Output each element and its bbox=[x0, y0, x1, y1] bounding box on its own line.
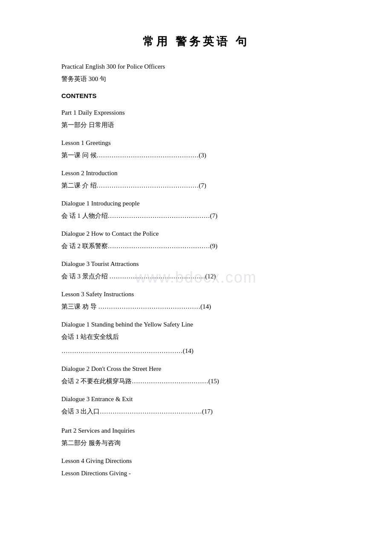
toc-lesson2-chinese: 第二课 介 绍…………………………………………(7) bbox=[61, 180, 331, 191]
document-page: www.bdocx.com 常用 警务英语 句 Practical Englis… bbox=[0, 0, 392, 555]
toc-dialogue1-chinese: 会 话 1 人物介绍…………………………………………(7) bbox=[61, 210, 331, 222]
toc-dialogue1-english: Dialogue 1 Introducing people bbox=[61, 198, 331, 209]
toc-lesson3-english: Lesson 3 Safety Instructions bbox=[61, 289, 331, 300]
toc-part1-chinese: 第一部分 日常用语 bbox=[61, 119, 331, 131]
toc-dialogue6-chinese: 会话 3 出入口…………………………………………(17) bbox=[61, 406, 331, 417]
toc-dialogue5-english: Dialogue 2 Don't Cross the Street Here bbox=[61, 363, 331, 375]
toc-lesson1-chinese: 第一课 问 候…………………………………………(3) bbox=[61, 150, 331, 161]
subtitle-chinese: 警务英语 300 句 bbox=[61, 73, 331, 85]
toc-dialogue2-english: Dialogue 2 How to Contact the Police bbox=[61, 228, 331, 240]
toc-dialogue5-chinese: 会话 2 不要在此横穿马路………………………………(15) bbox=[61, 376, 331, 387]
toc-part2-chinese: 第二部分 服务与咨询 bbox=[61, 437, 331, 449]
toc-dialogue3-english: Dialogue 3 Tourist Attractions bbox=[61, 258, 331, 270]
toc-lesson3-chinese: 第三课 劝 导 …………………………………………(14) bbox=[61, 301, 331, 312]
toc-part1-english: Part 1 Daily Expressions bbox=[61, 107, 331, 119]
toc-dialogue6-english: Dialogue 3 Entrance & Exit bbox=[61, 393, 331, 405]
subtitle-english: Practical English 300 for Police Officer… bbox=[61, 61, 331, 72]
toc-part2-english: Part 2 Services and Inquiries bbox=[61, 425, 331, 436]
contents-label: CONTENTS bbox=[61, 90, 331, 101]
toc-lesson4-bottom: Lesson Directions Giving - bbox=[61, 468, 331, 479]
toc-lesson4-english: Lesson 4 Giving Directions bbox=[61, 455, 331, 467]
toc-dialogue2-chinese: 会 话 2 联系警察…………………………………………(9) bbox=[61, 240, 331, 252]
document-content: Practical English 300 for Police Officer… bbox=[61, 61, 331, 479]
main-title: 常用 警务英语 句 bbox=[61, 34, 331, 49]
toc-dialogue4-english: Dialogue 1 Standing behind the Yellow Sa… bbox=[61, 319, 331, 330]
toc-dialogue3-chinese: 会 话 3 景点介绍 ………………………………………(12) bbox=[61, 271, 331, 282]
toc-dialogue4-chinese2: …………………………………………………(14) bbox=[61, 345, 331, 357]
toc-lesson1-english: Lesson 1 Greetings bbox=[61, 137, 331, 149]
toc-dialogue4-chinese1: 会话 1 站在安全线后 bbox=[61, 331, 331, 343]
toc-lesson2-english: Lesson 2 Introduction bbox=[61, 168, 331, 179]
